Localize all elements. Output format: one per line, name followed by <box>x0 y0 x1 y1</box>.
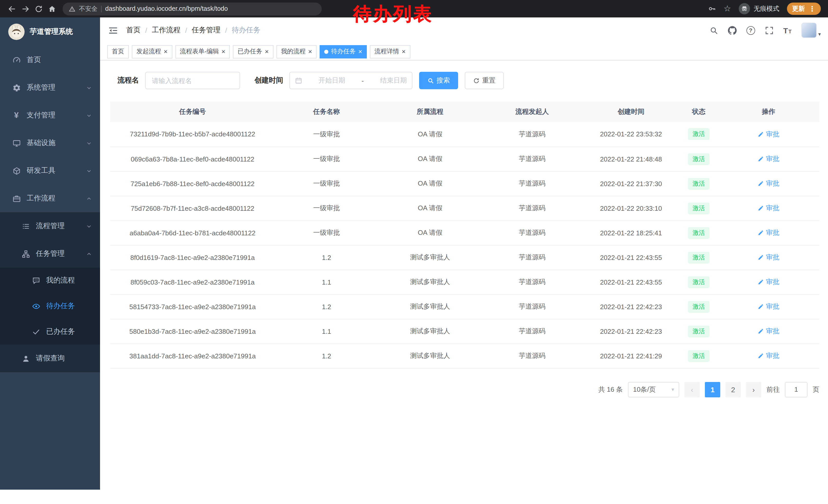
column-header-task-name: 任务名称 <box>275 101 378 122</box>
sidebar-fold-icon[interactable] <box>108 26 118 35</box>
cell-task-id: 8f0d1619-7ac8-11ec-a9e2-a2380e71991a <box>110 245 275 270</box>
approve-link[interactable]: 审批 <box>758 130 779 139</box>
sidebar-item-home[interactable]: 首页 <box>0 46 100 74</box>
sidebar-item-done-tasks[interactable]: 已办任务 <box>0 319 100 345</box>
reset-button[interactable]: 重置 <box>465 72 504 89</box>
close-icon[interactable]: × <box>221 48 225 55</box>
avatar[interactable] <box>801 22 817 38</box>
cell-actions: 审批 <box>718 245 819 270</box>
sidebar-item-workflow[interactable]: 工作流程 <box>0 185 100 212</box>
tag-process-form-edit[interactable]: 流程表单-编辑 × <box>175 45 230 58</box>
approve-link[interactable]: 审批 <box>758 351 779 360</box>
sidebar-item-dev-tools[interactable]: 研发工具 <box>0 157 100 185</box>
status-badge: 激活 <box>688 350 709 362</box>
cell-initiator: 芋道源码 <box>482 221 582 245</box>
main-panel: 首页 / 工作流程 / 任务管理 / 待办任务 ? TT ▾ <box>100 17 828 504</box>
table-row: a6aba0a4-7b6d-11ec-b781-acde48001122 一级审… <box>110 221 819 245</box>
chevron-up-icon <box>86 251 92 257</box>
column-header-create-time: 创建时间 <box>583 101 680 122</box>
goto-unit-label: 页 <box>813 385 819 394</box>
address-bar[interactable]: 不安全 dashboard.yudao.iocoder.cn/bpm/task/… <box>63 2 322 15</box>
sidebar-item-my-processes[interactable]: 我的流程 <box>0 268 100 293</box>
page-content: 流程名 创建时间 开始日期 - 结束日期 搜索 <box>100 60 828 504</box>
bookmark-star-icon[interactable]: ☆ <box>723 5 731 13</box>
cell-create-time: 2022-01-21 22:41:29 <box>583 343 680 368</box>
close-icon[interactable]: × <box>164 48 167 55</box>
close-icon[interactable]: × <box>358 48 362 55</box>
goto-page-input[interactable] <box>785 382 808 397</box>
date-range-picker[interactable]: 开始日期 - 结束日期 <box>289 72 412 89</box>
cell-initiator: 芋道源码 <box>482 319 582 343</box>
search-button[interactable]: 搜索 <box>419 72 458 89</box>
navbar-actions: ? TT ▾ <box>709 22 821 38</box>
approve-link[interactable]: 审批 <box>758 277 779 287</box>
process-name-label: 流程名 <box>118 76 139 85</box>
update-button[interactable]: 更新 ⋮ <box>787 3 821 15</box>
reload-button[interactable] <box>32 2 45 15</box>
list-icon <box>19 222 32 230</box>
search-icon[interactable] <box>709 26 718 35</box>
close-icon[interactable]: × <box>308 48 312 55</box>
chevron-down-icon <box>86 223 92 229</box>
tag-my-processes[interactable]: 我的流程 × <box>277 45 317 58</box>
page-size-select[interactable]: 10条/页 ▾ <box>628 382 679 397</box>
back-button[interactable] <box>5 2 18 15</box>
help-icon[interactable]: ? <box>746 26 755 35</box>
approve-link[interactable]: 审批 <box>758 302 779 311</box>
sidebar-item-todo-tasks[interactable]: 待办任务 <box>0 293 100 319</box>
user-menu[interactable]: ▾ <box>801 22 821 38</box>
close-icon[interactable]: × <box>265 48 268 55</box>
sidebar-item-process-management[interactable]: 流程管理 <box>0 212 100 240</box>
approve-link[interactable]: 审批 <box>758 228 779 237</box>
chrome-right-cluster: ☆ 无痕模式 更新 ⋮ <box>708 3 823 15</box>
cell-actions: 审批 <box>718 294 819 319</box>
approve-link[interactable]: 审批 <box>758 179 779 188</box>
table-row: 725a1eb6-7b88-11ec-8ef0-acde48001122 一级审… <box>110 171 819 196</box>
cell-create-time: 2022-01-21 22:43:55 <box>583 270 680 294</box>
key-icon[interactable] <box>708 5 716 13</box>
approve-link[interactable]: 审批 <box>758 327 779 336</box>
tag-process-detail[interactable]: 流程详情 × <box>370 45 410 58</box>
app-logo-row[interactable]: 芋道管理系统 <box>0 17 100 46</box>
home-button[interactable] <box>45 2 58 15</box>
sidebar-item-infrastructure[interactable]: 基础设施 <box>0 129 100 157</box>
approve-link[interactable]: 审批 <box>758 253 779 262</box>
edit-icon <box>758 254 764 261</box>
cell-status: 激活 <box>679 147 718 171</box>
sidebar-item-system[interactable]: 系统管理 <box>0 74 100 101</box>
fullscreen-icon[interactable] <box>764 26 773 35</box>
page-button-1[interactable]: 1 <box>705 382 720 397</box>
cell-initiator: 芋道源码 <box>482 147 582 171</box>
cell-process: 测试多审批人 <box>378 319 482 343</box>
page-button-2[interactable]: 2 <box>726 382 741 397</box>
cell-create-time: 2022-01-22 21:48:48 <box>583 147 680 171</box>
chevron-down-icon <box>86 168 92 174</box>
tag-todo-tasks-active[interactable]: 待办任务 × <box>320 45 367 58</box>
close-icon[interactable]: × <box>402 48 406 55</box>
prev-page-button[interactable]: ‹ <box>685 382 700 397</box>
breadcrumb-workflow[interactable]: 工作流程 <box>152 26 180 35</box>
start-date-input[interactable]: 开始日期 <box>319 76 345 85</box>
font-size-icon[interactable]: TT <box>783 26 792 35</box>
sidebar-item-task-management[interactable]: 任务管理 <box>0 240 100 268</box>
sidebar-item-payment[interactable]: ¥ 支付管理 <box>0 101 100 129</box>
process-name-input[interactable] <box>145 72 240 89</box>
edit-icon <box>758 230 764 236</box>
sidebar-item-leave-query[interactable]: 请假查询 <box>0 345 100 372</box>
next-page-button[interactable]: › <box>746 382 761 397</box>
chevron-down-icon <box>86 140 92 146</box>
github-icon[interactable] <box>728 26 736 35</box>
tag-done-tasks[interactable]: 已办任务 × <box>233 45 273 58</box>
tag-home[interactable]: 首页 <box>107 45 129 58</box>
approve-link[interactable]: 审批 <box>758 203 779 213</box>
breadcrumb-task-management[interactable]: 任务管理 <box>192 26 220 35</box>
cell-status: 激活 <box>679 221 718 245</box>
approve-link[interactable]: 审批 <box>758 154 779 164</box>
end-date-input[interactable]: 结束日期 <box>380 76 407 85</box>
incognito-label: 无痕模式 <box>754 4 779 13</box>
more-menu-icon[interactable]: ⋮ <box>809 5 816 12</box>
breadcrumb-home[interactable]: 首页 <box>126 26 140 35</box>
tag-start-process[interactable]: 发起流程 × <box>132 45 172 58</box>
goto-label: 前往 <box>767 385 780 394</box>
forward-button[interactable] <box>18 2 32 15</box>
